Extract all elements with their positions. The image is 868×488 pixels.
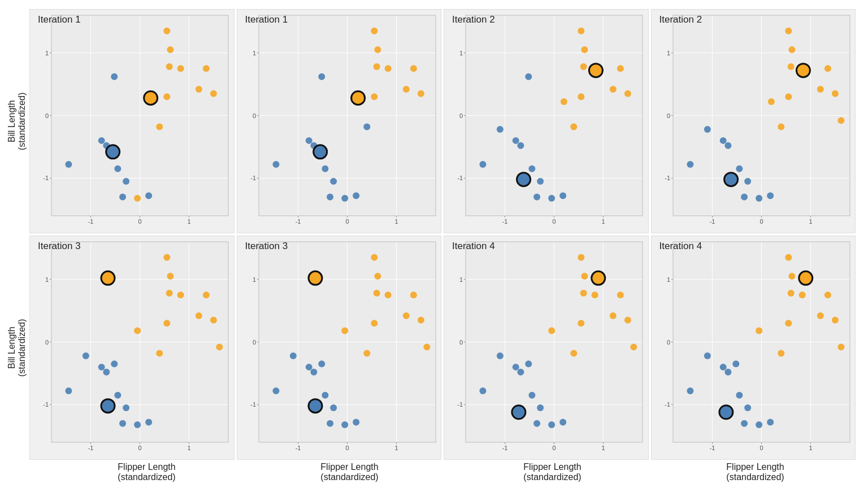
svg-point-146 [787, 63, 794, 70]
x-axis-labels: Flipper Length(standardized) Flipper Len… [45, 462, 857, 482]
svg-text:1: 1 [187, 218, 190, 225]
svg-point-321 [831, 317, 838, 324]
svg-point-190 [203, 291, 210, 298]
svg-point-251 [308, 399, 322, 413]
svg-point-331 [741, 420, 748, 427]
svg-text:0: 0 [666, 339, 670, 346]
plot-cell-0-1: Iteration 1 -101-101 [237, 9, 442, 233]
svg-point-144 [785, 28, 792, 34]
svg-text:-1: -1 [250, 175, 256, 181]
svg-point-283 [479, 387, 486, 394]
svg-text:-1: -1 [295, 218, 301, 225]
svg-point-151 [785, 93, 792, 100]
svg-text:0: 0 [252, 339, 255, 346]
svg-point-323 [756, 328, 762, 334]
svg-text:-1: -1 [88, 218, 94, 225]
svg-text:0: 0 [45, 112, 49, 119]
svg-point-290 [548, 421, 555, 428]
svg-point-149 [817, 86, 823, 93]
svg-point-326 [687, 387, 693, 394]
svg-point-74 [330, 178, 337, 185]
svg-point-322 [785, 320, 792, 326]
svg-point-234 [402, 312, 409, 319]
svg-text:0: 0 [459, 339, 463, 346]
svg-point-241 [305, 364, 312, 371]
svg-text:-1: -1 [457, 401, 463, 408]
svg-point-36 [123, 178, 129, 185]
svg-point-27 [163, 93, 170, 100]
svg-point-274 [580, 290, 587, 297]
svg-point-23 [177, 65, 184, 72]
svg-point-317 [787, 290, 794, 297]
svg-text:1: 1 [252, 276, 255, 283]
svg-text:0: 0 [45, 339, 49, 346]
svg-text:0: 0 [138, 445, 141, 451]
svg-point-102 [578, 28, 584, 34]
plot-svg-1-0: -101-101 [30, 236, 234, 459]
svg-point-118 [533, 194, 540, 201]
svg-point-117 [537, 178, 544, 185]
svg-point-337 [719, 406, 732, 419]
svg-point-231 [373, 290, 380, 297]
svg-point-24 [203, 65, 210, 72]
svg-text:-1: -1 [709, 445, 715, 451]
svg-text:-1: -1 [295, 445, 301, 451]
svg-point-145 [788, 46, 795, 53]
svg-point-106 [617, 65, 624, 72]
svg-point-193 [163, 320, 170, 326]
plot-row-2: Bill Length(standardized) Iteration 3 -1… [6, 234, 857, 461]
svg-point-318 [798, 291, 805, 298]
svg-point-116 [528, 165, 535, 172]
svg-point-40 [106, 145, 120, 159]
svg-point-198 [98, 364, 105, 371]
svg-text:1: 1 [187, 445, 190, 451]
svg-point-35 [114, 165, 121, 172]
plot-svg-0-1: -101-101 [237, 10, 441, 233]
svg-text:0: 0 [666, 112, 670, 119]
plot-row-1: Bill Length(standardized) Iteration 1 -1… [6, 8, 857, 234]
svg-point-162 [756, 195, 762, 202]
svg-point-37 [119, 194, 126, 201]
svg-point-155 [687, 161, 693, 168]
svg-point-202 [119, 420, 126, 427]
plot-title-1-1: Iteration 3 [245, 241, 288, 252]
svg-point-76 [353, 193, 359, 199]
svg-point-71 [305, 137, 312, 144]
svg-point-25 [196, 86, 202, 93]
svg-point-164 [796, 64, 810, 77]
svg-point-114 [513, 137, 519, 144]
svg-point-275 [592, 291, 598, 298]
svg-point-205 [83, 352, 89, 359]
svg-point-38 [145, 193, 152, 199]
svg-point-33 [98, 137, 105, 144]
svg-text:1: 1 [601, 218, 605, 225]
svg-point-240 [272, 387, 279, 394]
svg-text:0: 0 [138, 218, 141, 225]
svg-point-163 [704, 126, 710, 133]
svg-point-39 [144, 91, 158, 104]
svg-point-62 [374, 46, 381, 53]
svg-point-207 [101, 271, 115, 285]
svg-point-248 [289, 352, 296, 359]
svg-point-237 [341, 328, 348, 334]
svg-point-208 [101, 399, 115, 413]
svg-point-109 [578, 93, 584, 100]
svg-text:-1: -1 [502, 218, 508, 225]
plot-svg-1-3: -101-101 [652, 236, 856, 459]
plot-svg-1-2: -101-101 [444, 236, 648, 459]
y-axis-label-2: Bill Length(standardized) [6, 234, 28, 461]
svg-text:1: 1 [666, 50, 670, 56]
svg-text:1: 1 [459, 50, 463, 56]
svg-point-123 [517, 173, 531, 186]
svg-point-277 [610, 312, 617, 319]
svg-text:-1: -1 [250, 401, 256, 408]
plot-title-1-2: Iteration 4 [452, 241, 495, 252]
svg-point-192 [210, 317, 217, 324]
svg-point-69 [272, 161, 279, 168]
x-label-1: Flipper Length(standardized) [45, 462, 248, 482]
svg-point-70 [318, 73, 325, 80]
svg-point-61 [371, 28, 377, 34]
svg-point-235 [417, 317, 424, 324]
svg-text:0: 0 [760, 445, 763, 451]
svg-point-75 [327, 194, 333, 201]
